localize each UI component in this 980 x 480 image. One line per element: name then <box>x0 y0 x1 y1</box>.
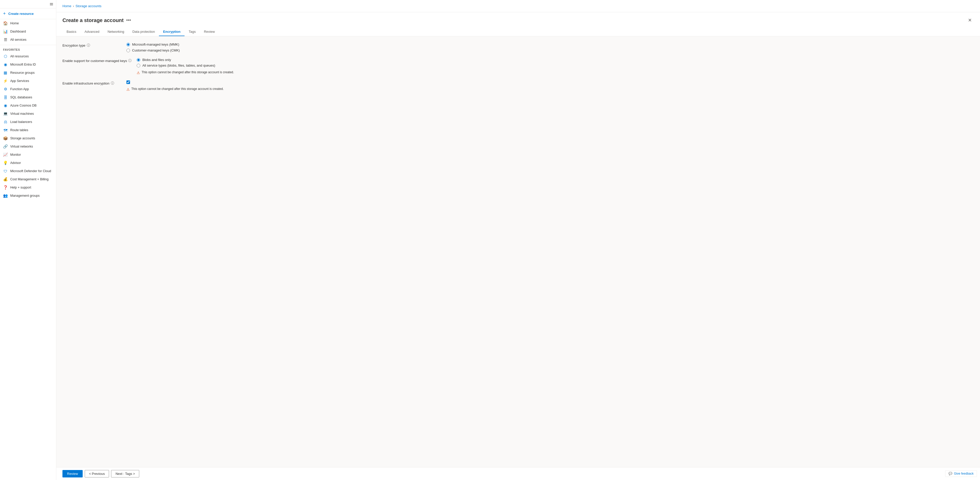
sidebar-item-virtual-machines[interactable]: 💻 Virtual machines <box>0 110 56 118</box>
more-options-button[interactable]: ••• <box>126 18 131 23</box>
sidebar-item-management-groups[interactable]: 👥 Management groups <box>0 191 56 200</box>
infrastructure-encryption-row: Enable infrastructure encryption ⓘ ⚠ Thi… <box>62 80 242 91</box>
svg-rect-1 <box>50 4 53 5</box>
management-groups-icon: 👥 <box>3 193 8 198</box>
sidebar-item-dashboard[interactable]: 📊 Dashboard <box>0 27 56 36</box>
close-button[interactable]: ✕ <box>966 16 974 24</box>
tab-advanced[interactable]: Advanced <box>80 28 103 36</box>
customer-managed-label: Enable support for customer-managed keys… <box>62 58 132 63</box>
infrastructure-encryption-controls: ⚠ This option cannot be changed after th… <box>126 80 242 91</box>
page-header: Create a storage account ••• ✕ Basics Ad… <box>56 12 980 37</box>
encryption-type-info-icon[interactable]: ⓘ <box>87 43 90 48</box>
all-services-icon: ☰ <box>3 37 8 42</box>
infrastructure-encryption-checkbox-item[interactable] <box>126 80 242 84</box>
all-service-types-label[interactable]: All service types (blobs, files, tables,… <box>142 64 215 67</box>
sidebar: + Create resource 🏠 Home 📊 Dashboard ☰ A… <box>0 0 56 480</box>
mmk-radio-item[interactable]: Microsoft-managed keys (MMK) <box>126 43 242 46</box>
plus-icon: + <box>3 11 6 16</box>
function-app-icon: ⚙ <box>3 87 8 91</box>
sidebar-item-storage-accounts[interactable]: 📦 Storage accounts <box>0 134 56 142</box>
sidebar-item-route-tables[interactable]: 🗺 Route tables <box>0 126 56 134</box>
sidebar-item-function-app[interactable]: ⚙ Function App <box>0 85 56 93</box>
tab-basics[interactable]: Basics <box>62 28 80 36</box>
storage-accounts-icon: 📦 <box>3 136 8 140</box>
cmk-label[interactable]: Customer-managed keys (CMK) <box>132 48 180 52</box>
review-button[interactable]: Review <box>62 470 83 477</box>
dashboard-icon: 📊 <box>3 29 8 34</box>
monitor-icon: 📈 <box>3 152 8 157</box>
all-service-types-radio[interactable] <box>137 64 140 67</box>
sidebar-item-app-services[interactable]: ⚡ App Services <box>0 77 56 85</box>
cosmos-db-icon: ◉ <box>3 103 8 108</box>
topbar: Home › Storage accounts <box>56 0 980 12</box>
entra-id-icon: ◉ <box>3 62 8 67</box>
content-area: Encryption type ⓘ Microsoft-managed keys… <box>56 37 980 480</box>
svg-rect-2 <box>50 5 53 5</box>
sidebar-item-all-services[interactable]: ☰ All services <box>0 36 56 44</box>
breadcrumb-home[interactable]: Home <box>62 4 72 8</box>
bottom-bar: Review < Previous Next : Tags > <box>56 467 980 480</box>
mmk-label[interactable]: Microsoft-managed keys (MMK) <box>132 43 179 46</box>
svg-rect-0 <box>50 3 53 3</box>
sidebar-item-monitor[interactable]: 📈 Monitor <box>0 151 56 159</box>
virtual-machines-icon: 💻 <box>3 112 8 116</box>
advisor-icon: 💡 <box>3 161 8 165</box>
customer-managed-radio-group: Blobs and files only All service types (… <box>137 58 242 67</box>
sidebar-item-advisor[interactable]: 💡 Advisor <box>0 159 56 167</box>
main-content: Home › Storage accounts Create a storage… <box>56 0 980 480</box>
mmk-radio[interactable] <box>126 43 130 46</box>
customer-managed-warning: ⚠ This option cannot be changed after th… <box>137 70 242 75</box>
feedback-icon: 💬 <box>948 472 952 475</box>
sidebar-item-help-support[interactable]: ❓ Help + support <box>0 183 56 191</box>
tab-data-protection[interactable]: Data protection <box>128 28 159 36</box>
sidebar-item-defender[interactable]: 🛡 Microsoft Defender for Cloud <box>0 167 56 175</box>
infra-encryption-info-icon[interactable]: ⓘ <box>111 81 114 86</box>
customer-managed-controls: Blobs and files only All service types (… <box>137 58 242 75</box>
blobs-files-label[interactable]: Blobs and files only <box>142 58 171 62</box>
sidebar-item-sql-databases[interactable]: 🗄 SQL databases <box>0 93 56 101</box>
all-service-types-radio-item[interactable]: All service types (blobs, files, tables,… <box>137 64 242 67</box>
tab-encryption[interactable]: Encryption <box>159 28 185 36</box>
encryption-type-label: Encryption type ⓘ <box>62 43 121 48</box>
give-feedback-button[interactable]: 💬 Give feedback <box>945 470 977 477</box>
infrastructure-encryption-checkbox[interactable] <box>126 80 130 84</box>
encryption-form: Encryption type ⓘ Microsoft-managed keys… <box>62 43 242 91</box>
cmk-radio-item[interactable]: Customer-managed keys (CMK) <box>126 48 242 52</box>
app-services-icon: ⚡ <box>3 79 8 83</box>
sidebar-item-home[interactable]: 🏠 Home <box>0 19 56 27</box>
sidebar-item-virtual-networks[interactable]: 🔗 Virtual networks <box>0 142 56 151</box>
load-balancers-icon: ⚖ <box>3 120 8 124</box>
create-resource-button[interactable]: + Create resource <box>0 8 56 19</box>
cmk-radio[interactable] <box>126 49 130 52</box>
favorites-label: FAVORITES <box>0 46 56 52</box>
route-tables-icon: 🗺 <box>3 128 8 132</box>
page-title: Create a storage account <box>62 18 124 23</box>
virtual-networks-icon: 🔗 <box>3 144 8 149</box>
tab-tags[interactable]: Tags <box>185 28 200 36</box>
tab-review[interactable]: Review <box>200 28 219 36</box>
warning-icon-2: ⚠ <box>126 87 130 91</box>
tabs: Basics Advanced Networking Data protecti… <box>62 28 974 36</box>
blobs-files-radio[interactable] <box>137 58 140 62</box>
defender-icon: 🛡 <box>3 169 8 174</box>
sidebar-item-load-balancers[interactable]: ⚖ Load balancers <box>0 118 56 126</box>
sidebar-item-all-resources[interactable]: ⬡ All resources <box>0 52 56 61</box>
sidebar-item-resource-groups[interactable]: ▦ Resource groups <box>0 69 56 77</box>
sql-databases-icon: 🗄 <box>3 95 8 100</box>
tab-networking[interactable]: Networking <box>103 28 128 36</box>
next-button[interactable]: Next : Tags > <box>111 470 139 477</box>
breadcrumb-storage-accounts[interactable]: Storage accounts <box>75 4 101 8</box>
customer-managed-info-icon[interactable]: ⓘ <box>128 58 132 63</box>
sidebar-item-entra-id[interactable]: ◉ Microsoft Entra ID <box>0 61 56 69</box>
customer-managed-keys-row: Enable support for customer-managed keys… <box>62 58 242 75</box>
blobs-files-radio-item[interactable]: Blobs and files only <box>137 58 242 62</box>
sidebar-item-cosmos-db[interactable]: ◉ Azure Cosmos DB <box>0 101 56 110</box>
breadcrumb-separator-1: › <box>73 4 74 8</box>
breadcrumb: Home › Storage accounts <box>62 4 101 8</box>
previous-button[interactable]: < Previous <box>85 470 109 477</box>
infrastructure-encryption-warning: ⚠ This option cannot be changed after th… <box>126 87 242 91</box>
cost-management-icon: 💰 <box>3 177 8 182</box>
resource-groups-icon: ▦ <box>3 70 8 75</box>
sidebar-collapse-button[interactable] <box>0 0 56 8</box>
sidebar-item-cost-management[interactable]: 💰 Cost Management + Billing <box>0 175 56 183</box>
